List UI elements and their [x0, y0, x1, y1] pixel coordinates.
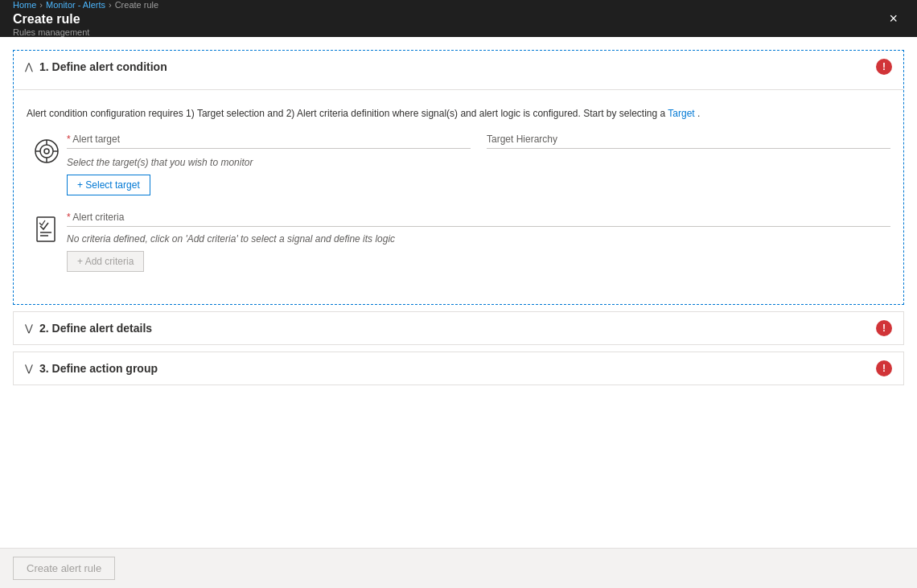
target-icon-container — [27, 137, 67, 166]
breadcrumb-current: Create rule — [115, 0, 158, 10]
criteria-hint: No criteria defined, click on 'Add crite… — [67, 233, 890, 245]
alert-criteria-section: * Alert criteria No criteria defined, cl… — [27, 212, 890, 272]
top-bar: Home › Monitor - Alerts › Create rule Cr… — [0, 0, 917, 37]
close-button[interactable]: × — [882, 7, 904, 31]
alert-target-section: * Alert target Target Hierarchy Select t… — [27, 134, 890, 195]
criteria-icon-container — [27, 215, 67, 244]
page-subtitle: Rules management — [13, 27, 158, 37]
section1-title: 1. Define alert condition — [39, 60, 876, 73]
section2-alert-icon: ! — [876, 320, 892, 336]
section1-header[interactable]: ⋀ 1. Define alert condition ! — [14, 51, 903, 83]
main-content: ⋀ 1. Define alert condition ! Alert cond… — [0, 37, 917, 548]
section3-header[interactable]: ⋁ 3. Define action group ! — [14, 352, 903, 384]
select-target-button[interactable]: + Select target — [67, 175, 150, 195]
alert-target-fields: * Alert target Target Hierarchy Select t… — [67, 134, 890, 195]
target-hierarchy-label: Target Hierarchy — [487, 134, 890, 149]
chevron-down-icon-2: ⋁ — [25, 323, 33, 334]
alert-criteria-fields: * Alert criteria No criteria defined, cl… — [67, 212, 890, 272]
breadcrumb-monitor-alerts[interactable]: Monitor - Alerts — [46, 0, 105, 10]
page-title: Create rule — [13, 11, 158, 27]
breadcrumb: Home › Monitor - Alerts › Create rule — [13, 0, 158, 10]
chevron-up-icon: ⋀ — [25, 61, 33, 72]
svg-point-1 — [40, 145, 53, 158]
create-alert-rule-button[interactable]: Create alert rule — [13, 557, 115, 580]
section2-header[interactable]: ⋁ 2. Define alert details ! — [14, 312, 903, 344]
criteria-icon — [32, 215, 61, 244]
svg-point-2 — [44, 149, 49, 154]
target-icon — [32, 137, 61, 166]
section-define-alert-details: ⋁ 2. Define alert details ! — [13, 311, 904, 345]
section1-divider — [14, 89, 903, 90]
alert-criteria-label: * Alert criteria — [67, 212, 890, 227]
chevron-down-icon-3: ⋁ — [25, 363, 33, 374]
section-define-alert-condition: ⋀ 1. Define alert condition ! Alert cond… — [13, 50, 904, 305]
target-hint: Select the target(s) that you wish to mo… — [67, 157, 890, 168]
section1-body: Alert condition configuration requires 1… — [14, 97, 903, 304]
section1-info: Alert condition configuration requires 1… — [27, 106, 890, 121]
section3-alert-icon: ! — [876, 360, 892, 376]
breadcrumb-home[interactable]: Home — [13, 0, 36, 10]
section2-title: 2. Define alert details — [39, 322, 876, 335]
breadcrumb-sep1: › — [39, 0, 43, 10]
svg-rect-7 — [37, 217, 55, 241]
alert-target-label: * Alert target — [67, 134, 471, 149]
bottom-bar: Create alert rule — [0, 548, 917, 588]
add-criteria-button[interactable]: + Add criteria — [67, 251, 144, 272]
target-link[interactable]: Target — [668, 108, 694, 119]
field-col-alert-target: * Alert target — [67, 134, 471, 154]
section-define-action-group: ⋁ 3. Define action group ! — [13, 352, 904, 385]
section1-alert-icon: ! — [876, 59, 892, 75]
section3-title: 3. Define action group — [39, 362, 876, 375]
breadcrumb-sep2: › — [109, 0, 112, 10]
field-col-target-hierarchy: Target Hierarchy — [487, 134, 890, 154]
field-columns: * Alert target Target Hierarchy — [67, 134, 890, 154]
top-bar-left: Home › Monitor - Alerts › Create rule Cr… — [13, 0, 158, 36]
